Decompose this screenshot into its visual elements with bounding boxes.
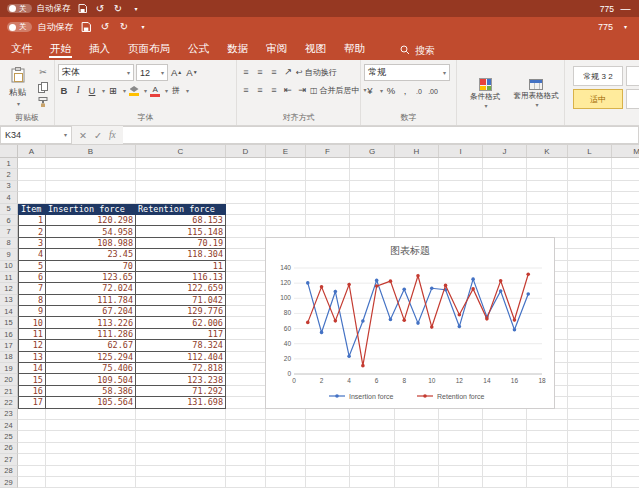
cell-M18[interactable] [612,352,639,363]
cell-B6[interactable]: 120.298 [46,215,136,226]
cell-L19[interactable] [568,363,612,374]
cell-G27[interactable] [350,454,395,465]
cell-B15[interactable]: 113.226 [46,317,136,328]
conditional-formatting-button[interactable]: 条件格式 ▾ [461,78,509,109]
decrease-indent-icon[interactable]: ⇤ [282,82,294,98]
paste-dropdown-icon[interactable]: ▾ [17,101,20,107]
cell-A7[interactable]: 2 [18,226,46,237]
cell-C19[interactable]: 72.818 [136,363,226,374]
cell-M22[interactable] [612,397,639,408]
cell-B19[interactable]: 75.406 [46,363,136,374]
search-box[interactable]: 搜索 [400,37,435,60]
cell-A22[interactable]: 17 [18,397,46,408]
style-gallery-item-1[interactable]: 常规 3 2 [573,66,623,86]
cell-G5[interactable] [350,204,395,215]
cell-A10[interactable]: 5 [18,261,46,272]
cell-F2[interactable] [306,169,350,180]
cell-C23[interactable] [136,409,226,420]
cell-A8[interactable]: 3 [18,238,46,249]
cell-M10[interactable] [612,261,639,272]
row-header-9[interactable]: 9 [0,249,18,260]
cell-A4[interactable] [18,192,46,203]
format-as-table-button[interactable]: 套用表格格式 ▾ [512,79,560,108]
orientation-icon[interactable]: ↗ [282,64,294,80]
cell-M25[interactable] [612,431,639,442]
cell-B12[interactable]: 72.024 [46,283,136,294]
cell-G3[interactable] [350,181,395,192]
cell-G24[interactable] [350,420,395,431]
align-middle-icon[interactable]: ≡ [254,64,266,80]
cell-L7[interactable] [568,226,612,237]
align-left-icon[interactable]: ≡ [240,82,252,98]
increase-indent-icon[interactable]: ⇥ [296,82,308,98]
cell-K24[interactable] [527,420,568,431]
underline-button[interactable]: U [86,83,98,99]
cell-H29[interactable] [395,477,439,488]
cell-E4[interactable] [266,192,306,203]
cell-A28[interactable] [18,466,46,477]
percent-style-icon[interactable]: % [385,83,397,99]
cell-A1[interactable] [18,158,46,169]
style-gallery-item-3[interactable]: 适中 [573,89,623,109]
cell-C9[interactable]: 118.304 [136,249,226,260]
row-header-1[interactable]: 1 [0,158,18,169]
cell-B28[interactable] [46,466,136,477]
cell-D2[interactable] [226,169,266,180]
row-header-16[interactable]: 16 [0,329,18,340]
cell-H4[interactable] [395,192,439,203]
borders-icon[interactable]: ⊞ [107,83,119,99]
cell-L24[interactable] [568,420,612,431]
cell-J29[interactable] [483,477,527,488]
cell-E26[interactable] [266,443,306,454]
accounting-dropdown-icon[interactable]: ▾ [380,88,383,94]
cell-L15[interactable] [568,317,612,328]
cell-I1[interactable] [439,158,483,169]
cell-M1[interactable] [612,158,639,169]
cell-J26[interactable] [483,443,527,454]
cell-A16[interactable]: 11 [18,329,46,340]
cell-G1[interactable] [350,158,395,169]
cell-L10[interactable] [568,261,612,272]
row-header-25[interactable]: 25 [0,431,18,442]
cell-L3[interactable] [568,181,612,192]
cell-I6[interactable] [439,215,483,226]
cell-L14[interactable] [568,306,612,317]
cell-J5[interactable] [483,204,527,215]
cell-K6[interactable] [527,215,568,226]
undo-icon[interactable]: ↺ [94,4,107,14]
cell-H25[interactable] [395,431,439,442]
minimize-icon[interactable]: — [619,4,632,14]
column-header-F[interactable]: F [306,145,350,157]
row-header-20[interactable]: 20 [0,374,18,385]
cell-B2[interactable] [46,169,136,180]
cell-F6[interactable] [306,215,350,226]
phonetic-guide-icon[interactable]: 拼 [170,83,182,99]
comma-style-icon[interactable]: , [399,83,411,99]
cell-E23[interactable] [266,409,306,420]
cell-D15[interactable] [226,317,266,328]
cell-A24[interactable] [18,420,46,431]
cell-I25[interactable] [439,431,483,442]
row-header-15[interactable]: 15 [0,317,18,328]
cell-B22[interactable]: 105.564 [46,397,136,408]
column-header-B[interactable]: B [46,145,136,157]
cell-L25[interactable] [568,431,612,442]
cell-L23[interactable] [568,409,612,420]
row-header-6[interactable]: 6 [0,215,18,226]
cell-H3[interactable] [395,181,439,192]
cell-M29[interactable] [612,477,639,488]
number-format-select[interactable]: 常规▾ [364,64,450,81]
cell-E28[interactable] [266,466,306,477]
cell-A23[interactable] [18,409,46,420]
cell-I3[interactable] [439,181,483,192]
cell-C8[interactable]: 70.19 [136,238,226,249]
cell-I26[interactable] [439,443,483,454]
redo-icon[interactable]: ↻ [112,4,125,14]
cell-L9[interactable] [568,249,612,260]
row-header-7[interactable]: 7 [0,226,18,237]
cell-E6[interactable] [266,215,306,226]
cell-A5[interactable]: Item [18,204,46,215]
cell-I29[interactable] [439,477,483,488]
cell-C27[interactable] [136,454,226,465]
font-color-dropdown-icon[interactable]: ▾ [165,88,168,94]
